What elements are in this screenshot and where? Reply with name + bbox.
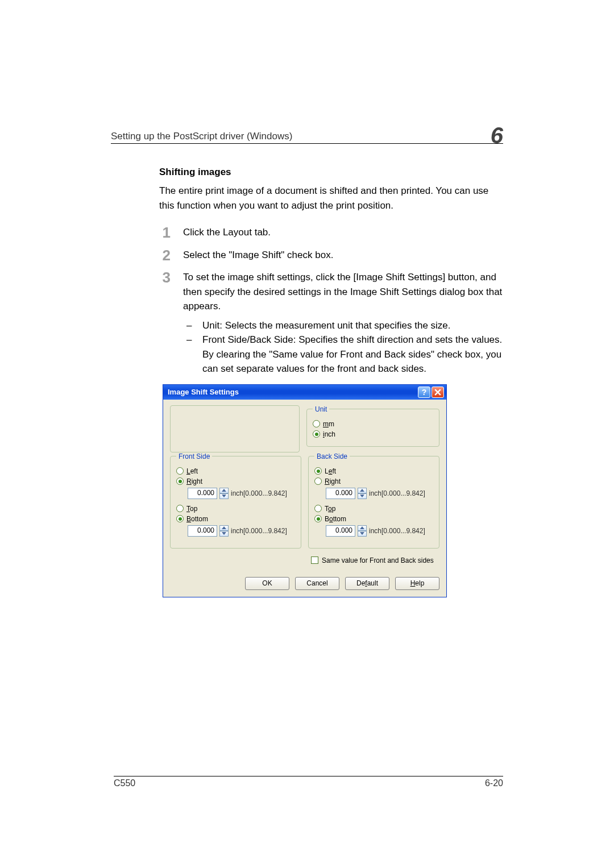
dialog-titlebar[interactable]: Image Shift Settings ?: [163, 385, 446, 400]
spin-up-icon[interactable]: [358, 488, 367, 493]
front-horizontal-spinner[interactable]: [219, 488, 229, 499]
titlebar-close-button[interactable]: [432, 387, 444, 398]
step-3-text: To set the image shift settings, click t…: [183, 272, 502, 312]
front-bottom-radio[interactable]: BottomBottom: [176, 515, 295, 523]
spin-down-icon[interactable]: [219, 531, 229, 537]
step-2: Select the "Image Shift" check box.: [159, 248, 503, 263]
image-shift-settings-dialog: Image Shift Settings ? Unit mmmm: [163, 384, 447, 597]
spin-up-icon[interactable]: [358, 525, 367, 531]
back-side-legend: Back Side: [314, 452, 350, 460]
back-horizontal-value[interactable]: 0.000: [326, 488, 355, 499]
step-1: Click the Layout tab.: [159, 225, 503, 240]
same-value-checkbox-row[interactable]: Same value for Front and Back sidesSame …: [311, 554, 439, 570]
back-right-radio[interactable]: RightRight: [314, 477, 433, 485]
footer-page: 6-20: [485, 778, 503, 788]
unit-group: Unit mmmm inchinch: [306, 405, 439, 447]
front-left-radio[interactable]: LeftLeft: [176, 467, 295, 475]
help-button[interactable]: HelpHelp: [395, 577, 439, 590]
chapter-number: 6: [491, 124, 503, 147]
step3-bullet-unit: Unit: Selects the measurement unit that …: [186, 318, 503, 333]
spin-down-icon[interactable]: [358, 493, 367, 499]
front-horizontal-range: inch[0.000...9.842]: [231, 489, 287, 497]
step-2-text: Select the "Image Shift" check box.: [183, 250, 333, 260]
unit-inch-radio[interactable]: inchinch: [313, 430, 433, 438]
cancel-button[interactable]: Cancel: [295, 577, 339, 590]
front-vertical-range: inch[0.000...9.842]: [231, 527, 287, 535]
front-vertical-value[interactable]: 0.000: [188, 525, 217, 537]
step-1-text: Click the Layout tab.: [183, 227, 271, 238]
dialog-title: Image Shift Settings: [168, 388, 239, 396]
front-top-radio[interactable]: TopTop: [176, 505, 295, 513]
front-side-group: Front Side LeftLeft RightRight 0.000: [170, 452, 301, 549]
spin-down-icon[interactable]: [219, 493, 229, 499]
spin-down-icon[interactable]: [358, 531, 367, 537]
back-vertical-spinner[interactable]: [358, 525, 367, 537]
back-left-radio[interactable]: LeftLeft: [314, 467, 433, 475]
back-side-group: Back Side LeftLeft RightRight 0.000: [308, 452, 439, 549]
spin-up-icon[interactable]: [219, 525, 229, 531]
front-right-radio[interactable]: RightRight: [176, 477, 295, 485]
same-value-checkbox[interactable]: [311, 556, 318, 564]
front-side-legend: Front Side: [176, 452, 212, 460]
same-value-label: Same value for Front and Back sidesSame …: [322, 556, 434, 564]
step3-bullet-frontback: Front Side/Back Side: Specifies the shif…: [186, 333, 503, 376]
preview-area: [170, 405, 300, 452]
back-top-radio[interactable]: TopTop: [314, 505, 433, 513]
front-vertical-spinner[interactable]: [219, 525, 229, 537]
default-button[interactable]: DefaultDefault: [345, 577, 389, 590]
footer-model: C550: [114, 778, 135, 788]
back-horizontal-range: inch[0.000...9.842]: [369, 489, 425, 497]
section-title: Shifting images: [159, 167, 503, 178]
step-3: To set the image shift settings, click t…: [159, 270, 503, 376]
front-horizontal-value[interactable]: 0.000: [188, 488, 217, 499]
unit-mm-radio[interactable]: mmmm: [313, 420, 433, 428]
close-icon: [434, 389, 441, 396]
spin-up-icon[interactable]: [219, 488, 229, 493]
back-vertical-value[interactable]: 0.000: [326, 525, 355, 537]
back-vertical-range: inch[0.000...9.842]: [369, 527, 425, 535]
back-horizontal-spinner[interactable]: [358, 488, 367, 499]
ok-button[interactable]: OK: [245, 577, 289, 590]
titlebar-help-button[interactable]: ?: [418, 387, 430, 398]
running-header-title: Setting up the PostScript driver (Window…: [111, 131, 292, 142]
back-bottom-radio[interactable]: BottomBottom: [314, 515, 433, 523]
section-intro: The entire print image of a document is …: [159, 184, 503, 213]
help-icon: ?: [422, 388, 427, 397]
unit-legend: Unit: [313, 405, 329, 413]
